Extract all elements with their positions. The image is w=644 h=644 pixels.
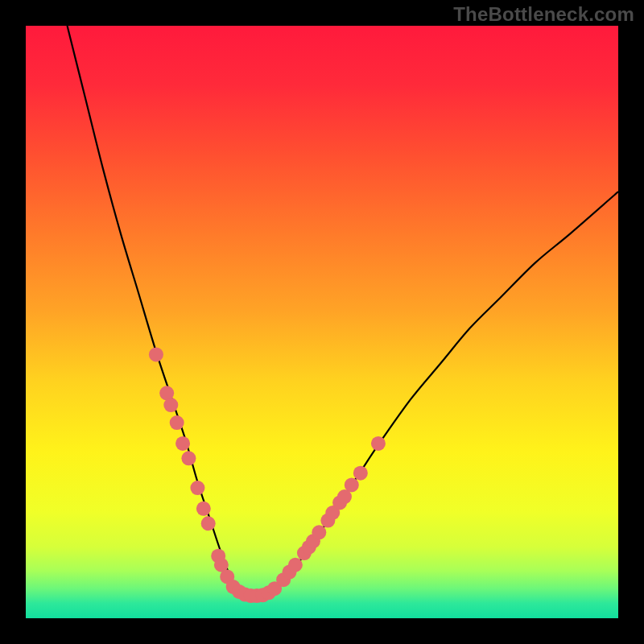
- bottleneck-chart: [26, 26, 618, 618]
- data-marker: [170, 415, 184, 430]
- data-marker: [196, 502, 211, 516]
- data-marker: [181, 451, 196, 465]
- data-marker: [201, 516, 216, 530]
- data-marker: [163, 398, 178, 412]
- data-marker: [345, 477, 359, 492]
- plot-area: [26, 26, 618, 618]
- data-marker: [353, 466, 368, 481]
- data-marker: [175, 436, 190, 451]
- chart-frame: TheBottleneck.com: [0, 0, 644, 644]
- data-marker: [288, 558, 303, 572]
- data-marker: [371, 436, 386, 451]
- data-marker: [149, 347, 163, 361]
- data-marker: [312, 525, 326, 539]
- data-marker: [190, 481, 204, 495]
- watermark-text: TheBottleneck.com: [453, 3, 634, 26]
